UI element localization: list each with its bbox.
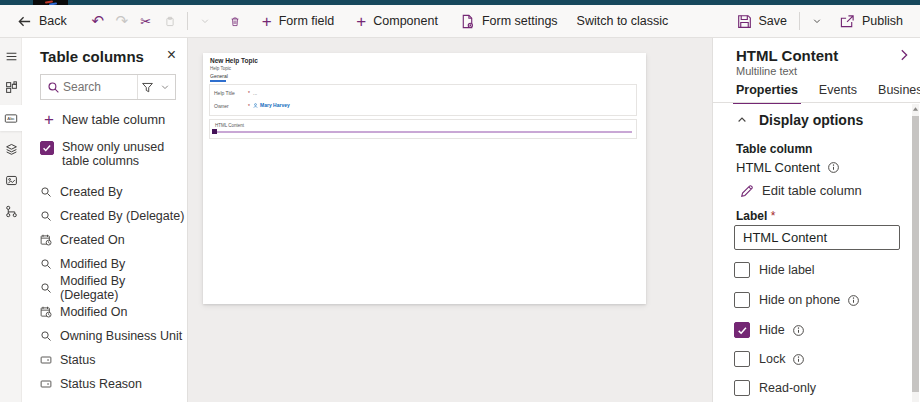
publish-button[interactable]: Publish (833, 7, 910, 35)
rail-tree-view-button[interactable] (0, 198, 22, 224)
filter-chevron-button[interactable] (157, 82, 175, 92)
field-label: Owner (214, 103, 229, 109)
column-item-status[interactable]: Status (22, 348, 187, 372)
save-label: Save (759, 14, 788, 28)
label-input[interactable] (734, 225, 900, 250)
required-marker: * (771, 209, 776, 223)
rail-table-columns-button[interactable]: Abc (0, 105, 22, 131)
tabs-divider (713, 102, 920, 103)
info-icon[interactable] (847, 294, 860, 307)
lock-checkbox[interactable] (734, 351, 750, 367)
publish-label: Publish (862, 14, 903, 28)
switch-to-classic-button[interactable]: Switch to classic (570, 7, 676, 35)
show-unused-checkbox[interactable] (40, 141, 54, 155)
checkbox-label: Hide label (759, 263, 815, 277)
display-options-section-header[interactable]: Display options (736, 112, 863, 128)
properties-panel-title: HTML Content (736, 47, 838, 64)
form-designer-window: Back ↶ ↷ ✂ + Form field + Component (0, 0, 920, 402)
choice-icon (40, 378, 52, 390)
hide-checkbox[interactable] (734, 322, 750, 338)
read-only-checkbox[interactable] (734, 380, 750, 396)
info-icon[interactable] (792, 353, 805, 366)
lock-checkbox-row[interactable]: Lock (734, 351, 805, 367)
owner-value: Mary Harvey (253, 102, 290, 108)
switch-to-classic-label: Switch to classic (577, 14, 669, 28)
close-panel-button[interactable]: × (165, 44, 178, 66)
column-item-modified-on[interactable]: Modified On (22, 300, 187, 324)
column-item-created-by[interactable]: Created By (22, 180, 187, 204)
new-table-column-button[interactable]: + New table column (38, 110, 171, 129)
undo-button[interactable]: ↶ (86, 7, 110, 35)
rail-layers-button[interactable] (0, 136, 22, 162)
scissors-icon: ✂ (140, 15, 151, 28)
form-preview-card: New Help Topic Help Topic General Help T… (203, 53, 646, 304)
rail-components-button[interactable] (0, 74, 22, 100)
read-only-checkbox-row[interactable]: Read-only (734, 380, 816, 396)
cut-button[interactable]: ✂ (134, 7, 158, 35)
column-item-label: Created By (Delegate) (60, 209, 184, 223)
lookup-icon (40, 210, 52, 222)
column-item-owning-business-unit[interactable]: Owning Business Unit (22, 324, 187, 348)
component-button[interactable]: + Component (349, 7, 445, 35)
properties-tabs: Properties Events Business rules (736, 83, 920, 104)
column-item-modified-by[interactable]: Modified By (22, 252, 187, 276)
form-settings-button[interactable]: Form settings (453, 7, 565, 35)
form-field-help-title[interactable]: Help Title * ... (210, 88, 636, 100)
show-unused-label: Show only unused table columns (62, 141, 184, 168)
info-icon[interactable] (792, 324, 805, 337)
table-column-heading: Table column (736, 142, 812, 156)
form-canvas: New Help Topic Help Topic General Help T… (188, 38, 712, 402)
panel-scrollbar-thumb[interactable] (912, 116, 919, 392)
toolbar-divider (799, 12, 800, 30)
collapse-panel-chevron-button[interactable] (895, 46, 913, 64)
required-marker: * (248, 90, 250, 96)
back-label: Back (39, 14, 67, 28)
column-item-label: Modified By (Delegate) (60, 274, 187, 302)
toolbar-divider (187, 12, 188, 30)
label-heading: Label * (736, 209, 775, 223)
hide-checkbox-row[interactable]: Hide (734, 322, 805, 338)
form-field-button[interactable]: + Form field (255, 7, 342, 35)
html-content-selected-field[interactable] (214, 131, 632, 133)
tab-properties[interactable]: Properties (736, 83, 798, 104)
column-item-label: Status Reason (60, 377, 142, 391)
rail-menu-button[interactable] (0, 43, 22, 69)
column-item-created-on[interactable]: Created On (22, 228, 187, 252)
form-field-owner[interactable]: Owner * Mary Harvey (210, 101, 636, 113)
back-arrow-icon (17, 14, 32, 29)
column-item-created-by-delegate[interactable]: Created By (Delegate) (22, 204, 187, 228)
back-button[interactable]: Back (10, 7, 74, 35)
checkbox-label: Read-only (759, 381, 816, 395)
chevron-down-icon (812, 15, 822, 27)
save-split-chevron-button[interactable] (805, 7, 829, 35)
hide-on-phone-checkbox[interactable] (734, 292, 750, 308)
search-input[interactable] (60, 80, 137, 94)
column-item-modified-by-delegate[interactable]: Modified By (Delegate) (22, 276, 187, 300)
checkbox-label: Lock (759, 352, 785, 366)
show-unused-checkbox-row[interactable]: Show only unused table columns (40, 141, 184, 168)
tab-business-rules[interactable]: Business rules (878, 83, 920, 104)
filter-funnel-icon (141, 81, 154, 94)
edit-table-column-button[interactable]: Edit table column (734, 182, 868, 199)
table-column-name: HTML Content (736, 160, 820, 175)
rail-media-button[interactable] (0, 167, 22, 193)
lookup-icon (40, 258, 52, 270)
info-icon[interactable] (827, 161, 840, 174)
form-section-html-content: HTML Content (209, 119, 637, 139)
panel-title: Table columns (40, 48, 144, 65)
save-button[interactable]: Save (730, 7, 795, 35)
lookup-icon (40, 330, 52, 342)
undo-icon: ↶ (92, 14, 105, 29)
tab-events[interactable]: Events (819, 83, 857, 104)
column-item-status-reason[interactable]: Status Reason (22, 372, 187, 396)
hide-on-phone-checkbox-row[interactable]: Hide on phone (734, 292, 860, 308)
form-subtitle: Help Topic (210, 66, 231, 71)
selected-field-handle[interactable] (212, 129, 217, 134)
scrollbar-up-arrow[interactable] (912, 105, 919, 114)
form-tab-general[interactable]: General (210, 73, 228, 79)
hide-label-checkbox-row[interactable]: Hide label (734, 262, 815, 278)
filter-button[interactable] (138, 81, 157, 94)
delete-button[interactable] (223, 7, 247, 35)
hide-label-checkbox[interactable] (734, 262, 750, 278)
form-settings-label: Form settings (482, 14, 558, 28)
